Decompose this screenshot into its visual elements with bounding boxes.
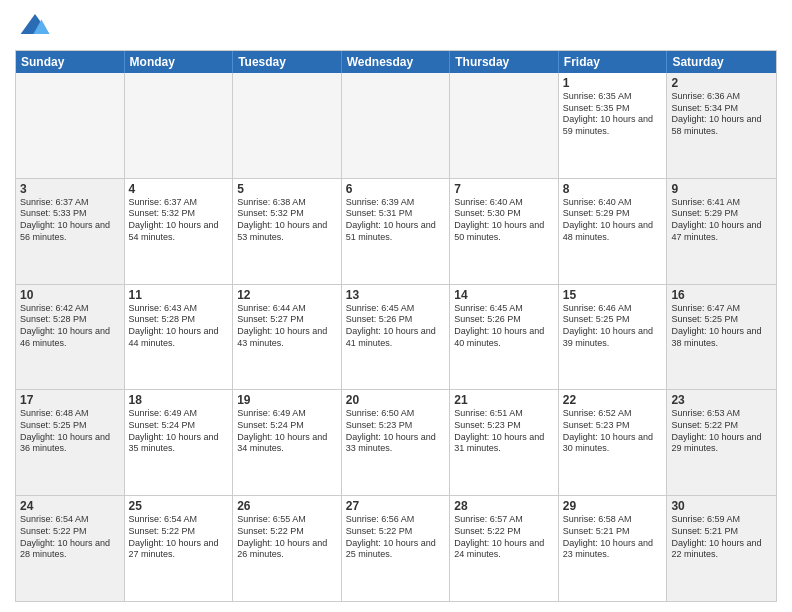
day-info: Sunrise: 6:48 AMSunset: 5:25 PMDaylight:… [20,408,120,455]
calendar-cell: 29Sunrise: 6:58 AMSunset: 5:21 PMDayligh… [559,496,668,601]
calendar-cell [233,73,342,178]
day-info: Sunrise: 6:40 AMSunset: 5:30 PMDaylight:… [454,197,554,244]
calendar-cell: 6Sunrise: 6:39 AMSunset: 5:31 PMDaylight… [342,179,451,284]
day-number: 16 [671,288,772,302]
day-info: Sunrise: 6:45 AMSunset: 5:26 PMDaylight:… [346,303,446,350]
weekday-header-sunday: Sunday [16,51,125,73]
day-number: 5 [237,182,337,196]
calendar-header: SundayMondayTuesdayWednesdayThursdayFrid… [16,51,776,73]
day-info: Sunrise: 6:43 AMSunset: 5:28 PMDaylight:… [129,303,229,350]
header [15,10,777,42]
weekday-header-monday: Monday [125,51,234,73]
calendar-row-5: 24Sunrise: 6:54 AMSunset: 5:22 PMDayligh… [16,496,776,601]
calendar-cell: 30Sunrise: 6:59 AMSunset: 5:21 PMDayligh… [667,496,776,601]
day-info: Sunrise: 6:37 AMSunset: 5:33 PMDaylight:… [20,197,120,244]
calendar-cell: 14Sunrise: 6:45 AMSunset: 5:26 PMDayligh… [450,285,559,390]
day-number: 30 [671,499,772,513]
day-number: 29 [563,499,663,513]
day-number: 15 [563,288,663,302]
day-info: Sunrise: 6:36 AMSunset: 5:34 PMDaylight:… [671,91,772,138]
day-info: Sunrise: 6:39 AMSunset: 5:31 PMDaylight:… [346,197,446,244]
day-number: 18 [129,393,229,407]
calendar-cell: 18Sunrise: 6:49 AMSunset: 5:24 PMDayligh… [125,390,234,495]
day-number: 20 [346,393,446,407]
calendar-cell: 22Sunrise: 6:52 AMSunset: 5:23 PMDayligh… [559,390,668,495]
day-number: 4 [129,182,229,196]
calendar-cell: 23Sunrise: 6:53 AMSunset: 5:22 PMDayligh… [667,390,776,495]
calendar-cell: 12Sunrise: 6:44 AMSunset: 5:27 PMDayligh… [233,285,342,390]
weekday-header-friday: Friday [559,51,668,73]
day-number: 19 [237,393,337,407]
day-info: Sunrise: 6:45 AMSunset: 5:26 PMDaylight:… [454,303,554,350]
day-info: Sunrise: 6:57 AMSunset: 5:22 PMDaylight:… [454,514,554,561]
calendar-cell: 27Sunrise: 6:56 AMSunset: 5:22 PMDayligh… [342,496,451,601]
day-info: Sunrise: 6:40 AMSunset: 5:29 PMDaylight:… [563,197,663,244]
day-number: 9 [671,182,772,196]
calendar-cell: 5Sunrise: 6:38 AMSunset: 5:32 PMDaylight… [233,179,342,284]
day-number: 23 [671,393,772,407]
day-info: Sunrise: 6:35 AMSunset: 5:35 PMDaylight:… [563,91,663,138]
day-number: 7 [454,182,554,196]
day-number: 2 [671,76,772,90]
calendar-cell: 15Sunrise: 6:46 AMSunset: 5:25 PMDayligh… [559,285,668,390]
day-info: Sunrise: 6:51 AMSunset: 5:23 PMDaylight:… [454,408,554,455]
day-info: Sunrise: 6:58 AMSunset: 5:21 PMDaylight:… [563,514,663,561]
weekday-header-tuesday: Tuesday [233,51,342,73]
page: SundayMondayTuesdayWednesdayThursdayFrid… [0,0,792,612]
day-info: Sunrise: 6:42 AMSunset: 5:28 PMDaylight:… [20,303,120,350]
day-info: Sunrise: 6:50 AMSunset: 5:23 PMDaylight:… [346,408,446,455]
calendar-cell: 21Sunrise: 6:51 AMSunset: 5:23 PMDayligh… [450,390,559,495]
day-number: 8 [563,182,663,196]
calendar-cell: 2Sunrise: 6:36 AMSunset: 5:34 PMDaylight… [667,73,776,178]
calendar-cell [342,73,451,178]
day-info: Sunrise: 6:47 AMSunset: 5:25 PMDaylight:… [671,303,772,350]
day-number: 12 [237,288,337,302]
day-number: 3 [20,182,120,196]
day-info: Sunrise: 6:41 AMSunset: 5:29 PMDaylight:… [671,197,772,244]
day-number: 22 [563,393,663,407]
day-number: 6 [346,182,446,196]
calendar: SundayMondayTuesdayWednesdayThursdayFrid… [15,50,777,602]
calendar-cell [16,73,125,178]
calendar-cell [450,73,559,178]
day-info: Sunrise: 6:54 AMSunset: 5:22 PMDaylight:… [20,514,120,561]
calendar-cell: 16Sunrise: 6:47 AMSunset: 5:25 PMDayligh… [667,285,776,390]
day-number: 11 [129,288,229,302]
calendar-row-1: 1Sunrise: 6:35 AMSunset: 5:35 PMDaylight… [16,73,776,179]
day-info: Sunrise: 6:52 AMSunset: 5:23 PMDaylight:… [563,408,663,455]
weekday-header-thursday: Thursday [450,51,559,73]
day-info: Sunrise: 6:56 AMSunset: 5:22 PMDaylight:… [346,514,446,561]
calendar-row-2: 3Sunrise: 6:37 AMSunset: 5:33 PMDaylight… [16,179,776,285]
day-number: 17 [20,393,120,407]
day-info: Sunrise: 6:49 AMSunset: 5:24 PMDaylight:… [129,408,229,455]
day-info: Sunrise: 6:55 AMSunset: 5:22 PMDaylight:… [237,514,337,561]
day-info: Sunrise: 6:38 AMSunset: 5:32 PMDaylight:… [237,197,337,244]
calendar-cell: 11Sunrise: 6:43 AMSunset: 5:28 PMDayligh… [125,285,234,390]
day-info: Sunrise: 6:37 AMSunset: 5:32 PMDaylight:… [129,197,229,244]
calendar-cell: 25Sunrise: 6:54 AMSunset: 5:22 PMDayligh… [125,496,234,601]
calendar-cell: 28Sunrise: 6:57 AMSunset: 5:22 PMDayligh… [450,496,559,601]
day-number: 10 [20,288,120,302]
calendar-row-3: 10Sunrise: 6:42 AMSunset: 5:28 PMDayligh… [16,285,776,391]
calendar-cell: 26Sunrise: 6:55 AMSunset: 5:22 PMDayligh… [233,496,342,601]
day-info: Sunrise: 6:49 AMSunset: 5:24 PMDaylight:… [237,408,337,455]
calendar-cell: 20Sunrise: 6:50 AMSunset: 5:23 PMDayligh… [342,390,451,495]
day-number: 26 [237,499,337,513]
day-number: 24 [20,499,120,513]
calendar-cell: 3Sunrise: 6:37 AMSunset: 5:33 PMDaylight… [16,179,125,284]
day-number: 21 [454,393,554,407]
calendar-cell: 10Sunrise: 6:42 AMSunset: 5:28 PMDayligh… [16,285,125,390]
day-info: Sunrise: 6:44 AMSunset: 5:27 PMDaylight:… [237,303,337,350]
calendar-row-4: 17Sunrise: 6:48 AMSunset: 5:25 PMDayligh… [16,390,776,496]
calendar-cell: 8Sunrise: 6:40 AMSunset: 5:29 PMDaylight… [559,179,668,284]
weekday-header-wednesday: Wednesday [342,51,451,73]
day-number: 27 [346,499,446,513]
calendar-cell: 9Sunrise: 6:41 AMSunset: 5:29 PMDaylight… [667,179,776,284]
day-number: 1 [563,76,663,90]
day-info: Sunrise: 6:59 AMSunset: 5:21 PMDaylight:… [671,514,772,561]
calendar-cell: 17Sunrise: 6:48 AMSunset: 5:25 PMDayligh… [16,390,125,495]
day-number: 13 [346,288,446,302]
calendar-cell [125,73,234,178]
weekday-header-saturday: Saturday [667,51,776,73]
calendar-cell: 19Sunrise: 6:49 AMSunset: 5:24 PMDayligh… [233,390,342,495]
